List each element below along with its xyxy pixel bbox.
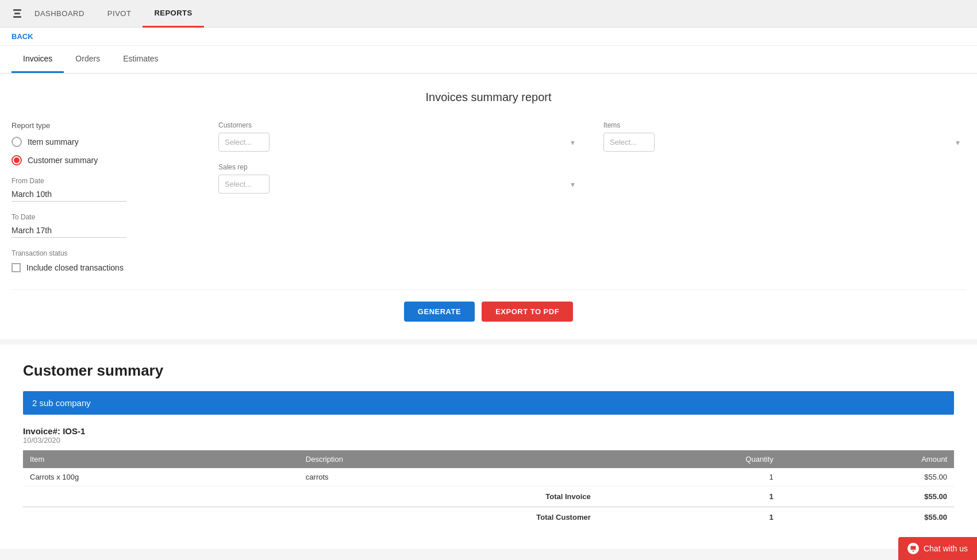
invoice-block: Invoice#: IOS-1 10/03/2020 Item Descript… [23, 426, 954, 527]
invoice-table: Item Description Quantity Amount Carrots… [23, 450, 954, 527]
radio-item-summary-label: Item summary [28, 137, 79, 146]
actions-row: GENERATE EXPORT TO PDF [11, 289, 966, 322]
total-invoice-qty: 1 [598, 486, 780, 507]
total-customer-qty: 1 [598, 507, 780, 528]
total-invoice-label: Total Invoice [299, 486, 598, 507]
report-type-label: Report type [11, 121, 195, 130]
tab-estimates[interactable]: Estimates [111, 46, 170, 73]
items-select-wrapper: Select... [603, 133, 966, 152]
customers-select[interactable]: Select... [218, 133, 270, 152]
total-customer-row: Total Customer 1 $55.00 [23, 507, 954, 528]
total-customer-label: Total Customer [299, 507, 598, 528]
from-date-label: From Date [11, 177, 195, 185]
col-quantity: Quantity [598, 450, 780, 468]
sales-rep-select[interactable]: Select... [218, 175, 270, 194]
table-row: Carrots x 100g carrots 1 $55.00 [23, 468, 954, 486]
tab-orders[interactable]: Orders [64, 46, 111, 73]
customers-field: Customers Select... [218, 121, 580, 152]
form-right: Customers Select... Items Select... [218, 121, 966, 272]
filter-grid: Customers Select... Items Select... [218, 121, 966, 194]
to-date-field: To Date March 17th [11, 213, 195, 238]
from-date-field: From Date March 10th [11, 177, 195, 202]
back-link[interactable]: BACK [0, 28, 977, 46]
logo-icon [11, 8, 23, 20]
total-invoice-row: Total Invoice 1 $55.00 [23, 486, 954, 507]
top-navigation: DASHBOARD PIVOT REPORTS [0, 0, 977, 28]
radio-item-summary-circle [11, 137, 22, 147]
customers-select-wrapper: Select... [218, 133, 580, 152]
cell-quantity: 1 [598, 468, 780, 486]
form-title: Invoices summary report [11, 91, 966, 104]
results-title: Customer summary [23, 362, 954, 380]
cell-item: Carrots x 100g [23, 468, 299, 486]
radio-customer-summary-label: Customer summary [28, 156, 98, 165]
nav-dashboard[interactable]: DASHBOARD [23, 0, 96, 28]
nav-reports[interactable]: REPORTS [143, 0, 203, 28]
checkbox-box [11, 263, 21, 272]
form-left: Report type Item summary Customer summar… [11, 121, 195, 272]
invoice-number: Invoice#: IOS-1 [23, 426, 954, 436]
nav-pivot[interactable]: PIVOT [96, 0, 143, 28]
invoice-date: 10/03/2020 [23, 436, 954, 445]
export-button[interactable]: EXPORT TO PDF [482, 302, 573, 322]
col-amount: Amount [780, 450, 954, 468]
chat-icon [907, 543, 919, 549]
radio-customer-summary[interactable]: Customer summary [11, 155, 195, 165]
radio-item-summary[interactable]: Item summary [11, 137, 195, 147]
sales-rep-field: Sales rep Select... [218, 163, 580, 194]
transaction-status-section: Transaction status Include closed transa… [11, 249, 195, 272]
col-item: Item [23, 450, 299, 468]
include-closed-checkbox[interactable]: Include closed transactions [11, 263, 195, 272]
to-date-value[interactable]: March 17th [11, 223, 126, 238]
to-date-label: To Date [11, 213, 195, 221]
from-date-value[interactable]: March 10th [11, 187, 126, 202]
total-invoice-amount: $55.00 [780, 486, 954, 507]
chat-widget[interactable]: Chat with us [898, 537, 977, 549]
total-customer-amount: $55.00 [780, 507, 954, 528]
sales-rep-select-wrapper: Select... [218, 175, 580, 194]
col-description: Description [299, 450, 598, 468]
radio-customer-summary-circle [11, 155, 22, 165]
radio-group: Item summary Customer summary [11, 137, 195, 165]
items-select[interactable]: Select... [603, 133, 655, 152]
include-closed-label: Include closed transactions [26, 263, 124, 272]
form-section: Invoices summary report Report type Item… [0, 74, 977, 339]
cell-amount: $55.00 [780, 468, 954, 486]
generate-button[interactable]: GENERATE [404, 302, 475, 322]
chat-label: Chat with us [924, 544, 968, 549]
transaction-status-label: Transaction status [11, 249, 195, 257]
tab-invoices[interactable]: Invoices [11, 46, 64, 73]
results-section: Customer summary 2 sub company Invoice#:… [0, 345, 977, 549]
sales-rep-label: Sales rep [218, 163, 580, 171]
tabs-bar: Invoices Orders Estimates [0, 46, 977, 74]
customers-label: Customers [218, 121, 580, 129]
items-label: Items [603, 121, 966, 129]
cell-description: carrots [299, 468, 598, 486]
items-field: Items Select... [603, 121, 966, 152]
group-header: 2 sub company [23, 391, 954, 415]
